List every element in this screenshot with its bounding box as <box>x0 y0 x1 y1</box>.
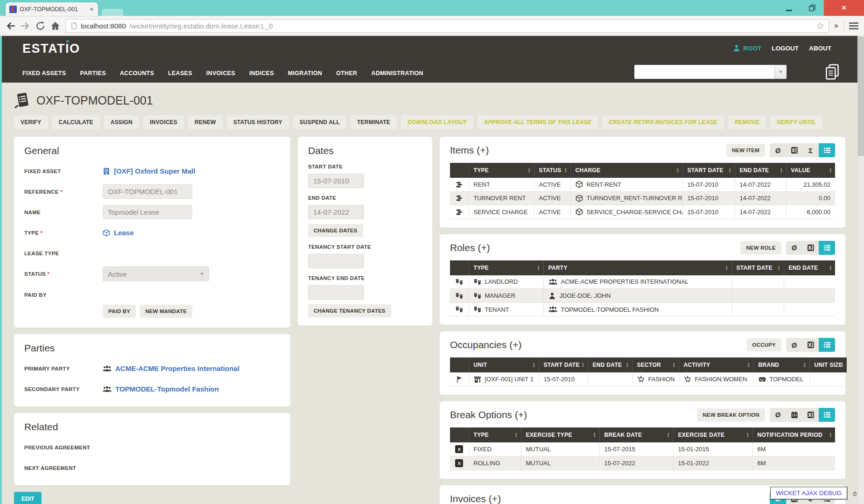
break-header-break-date[interactable]: BREAK DATE▲▼ <box>599 427 673 442</box>
search-input[interactable] <box>634 65 774 79</box>
roles-header-end-date[interactable]: END DATE▲▼ <box>784 260 835 275</box>
end-date-field[interactable] <box>308 205 364 219</box>
items-header-value[interactable]: VALUE▲▼ <box>786 163 835 178</box>
nav-parties[interactable]: PARTIES <box>80 70 105 77</box>
excel-export-icon[interactable] <box>802 408 819 422</box>
occupancies-header-brand[interactable]: BRAND▲▼ <box>753 357 809 372</box>
bookmark-star-icon[interactable]: ☆ <box>816 21 824 30</box>
item-row[interactable]: RENT ACTIVE RENT-RENT 15-07-2010 14-07-2… <box>450 178 835 191</box>
new-role-button[interactable]: NEW ROLE <box>740 241 781 254</box>
logout-link[interactable]: LOGOUT <box>772 45 799 52</box>
nav-invoices[interactable]: INVOICES <box>206 70 235 77</box>
roles-header-party[interactable]: PARTY▲▼ <box>543 260 731 275</box>
occupancies-header-start-date[interactable]: START DATE▲▼ <box>539 357 588 372</box>
activity-link[interactable]: FASHION:WOMEN <box>695 376 747 383</box>
items-header-type[interactable]: TYPE▲▼ <box>469 163 534 178</box>
brand-link[interactable]: TOPMODEL <box>770 376 804 383</box>
items-header-charge[interactable]: CHARGE▲▼ <box>570 163 682 178</box>
primary-party-link[interactable]: ACME-ACME Properties International <box>115 364 239 372</box>
calendar-icon[interactable] <box>786 408 802 422</box>
secondary-party-link[interactable]: TOPMODEL-Topmodel Fashion <box>115 385 219 393</box>
occupancies-header-unit-size[interactable]: UNIT SIZE▲▼ <box>809 357 847 372</box>
estatio-logo[interactable]: ESTATIO <box>22 42 80 56</box>
role-row[interactable]: LANDLORD ACME-ACME PROPERTIES INTERNATIO… <box>450 275 835 289</box>
nav-accounts[interactable]: ACCOUNTS <box>120 70 154 77</box>
window-restore-button[interactable] <box>801 0 824 16</box>
list-view-icon[interactable] <box>819 408 835 422</box>
window-minimize-button[interactable] <box>777 0 801 16</box>
start-date-field[interactable] <box>308 174 364 188</box>
nav-migration[interactable]: MIGRATION <box>288 70 322 77</box>
break-option-row[interactable]: x ROLLING MUTUAL 15-07-2022 15-01-2022 6… <box>450 456 835 470</box>
invoices-button[interactable]: INVOICES <box>143 115 184 129</box>
nav-indices[interactable]: INDICES <box>249 70 274 77</box>
tenancy-start-date-field[interactable] <box>308 254 364 268</box>
change-tenancy-dates-button[interactable]: CHANGE TENANCY DATES <box>308 304 391 317</box>
create-retro-invoices-button[interactable]: CREATE RETRO INVOICES FOR LEASE <box>602 115 724 129</box>
assign-button[interactable]: ASSIGN <box>104 115 139 129</box>
break-header-exercise-type[interactable]: EXERCISE TYPE▲▼ <box>521 427 599 442</box>
type-link[interactable]: Lease <box>114 229 134 237</box>
nav-leases[interactable]: LEASES <box>168 70 192 77</box>
terminate-button[interactable]: TERMINATE <box>351 115 397 129</box>
download-layout-button[interactable]: DOWNLOAD LAYOUT <box>401 115 473 129</box>
role-row[interactable]: TENANT TOPMODEL-TOPMODEL FASHION <box>450 302 835 316</box>
refresh-button[interactable] <box>35 21 45 31</box>
summary-sigma-icon[interactable]: Σ <box>802 143 819 157</box>
reference-field[interactable] <box>103 184 192 199</box>
excel-export-icon[interactable] <box>802 338 819 352</box>
renew-button[interactable]: RENEW <box>188 115 223 129</box>
nav-fixed-assets[interactable]: FIXED ASSETS <box>22 70 66 77</box>
window-close-button[interactable]: × <box>824 0 864 16</box>
home-button[interactable] <box>50 21 60 31</box>
roles-header-start-date[interactable]: START DATE▲▼ <box>731 260 784 275</box>
charge-link[interactable]: RENT-RENT <box>587 181 621 188</box>
break-header-notification-period[interactable]: NOTIFICATION PERIOD▲▼ <box>752 427 835 442</box>
tab-close-icon[interactable]: × <box>89 6 94 13</box>
verify-button[interactable]: VERIFY <box>14 115 48 129</box>
page-scrollbar[interactable] <box>857 36 864 504</box>
change-dates-button[interactable]: CHANGE DATES <box>308 224 363 237</box>
nav-administration[interactable]: ADMINISTRATION <box>371 70 423 77</box>
copy-pages-icon[interactable] <box>824 63 841 80</box>
occupancies-header-sector[interactable]: SECTOR▲▼ <box>632 357 679 372</box>
unit-link[interactable]: [OXF-001] UNIT 1 <box>485 376 534 383</box>
scrollbar-thumb[interactable] <box>858 37 864 156</box>
break-option-row[interactable]: x FIXED MUTUAL 15-07-2015 15-01-2015 6M <box>450 442 835 456</box>
new-item-button[interactable]: NEW ITEM <box>726 144 765 157</box>
item-row[interactable]: TURNOVER RENT ACTIVE TURNOVER_RENT-TURNO… <box>450 191 835 205</box>
excel-export-icon[interactable] <box>802 241 819 255</box>
party-link[interactable]: TOPMODEL-TOPMODEL FASHION <box>561 306 659 313</box>
nav-other[interactable]: OTHER <box>336 70 357 77</box>
browser-menu-button[interactable] <box>849 22 858 29</box>
new-break-option-button[interactable]: NEW BREAK OPTION <box>697 408 765 421</box>
list-view-icon[interactable] <box>819 241 835 255</box>
charge-link[interactable]: TURNOVER_RENT-TURNOVER RENT <box>587 195 683 202</box>
hide-columns-icon[interactable]: Ø <box>770 408 786 422</box>
user-menu[interactable]: ROOT <box>733 44 761 52</box>
occupy-button[interactable]: OCCUPY <box>747 338 781 351</box>
charge-link[interactable]: SERVICE_CHARGE-SERVICE CHARGE <box>587 209 683 216</box>
hide-columns-icon[interactable]: Ø <box>770 143 786 157</box>
approve-all-terms-button[interactable]: APPROVE ALL TERMS OF THIS LEASE <box>478 115 598 129</box>
about-link[interactable]: ABOUT <box>809 45 831 52</box>
items-header-end-date[interactable]: END DATE▲▼ <box>735 163 786 178</box>
status-select[interactable]: Active▼ <box>103 266 209 281</box>
back-button[interactable] <box>6 21 15 31</box>
new-mandate-button[interactable]: NEW MANDATE <box>140 305 192 318</box>
status-history-button[interactable]: STATUS HISTORY <box>227 115 289 129</box>
edit-button[interactable]: EDIT <box>14 492 42 504</box>
list-view-icon[interactable] <box>819 143 835 157</box>
wicket-ajax-debug-link[interactable]: WICKET AJAX DEBUG <box>770 487 847 499</box>
calculate-button[interactable]: CALCULATE <box>52 115 100 129</box>
verify-until-button[interactable]: VERIFY UNTIL <box>770 115 822 129</box>
global-search-combobox[interactable]: ▼ <box>634 65 787 79</box>
search-dropdown-button[interactable]: ▼ <box>774 65 787 79</box>
role-row[interactable]: MANAGER JDOE-DOE, JOHN <box>450 289 835 303</box>
occupancies-header-activity[interactable]: ACTIVITY▲▼ <box>679 357 753 372</box>
paid-by-button[interactable]: PAID BY <box>103 305 136 318</box>
items-header-start-date[interactable]: START DATE▲▼ <box>682 163 735 178</box>
roles-header-type[interactable]: TYPE▲▼ <box>469 260 543 275</box>
party-link[interactable]: JDOE-DOE, JOHN <box>560 292 611 299</box>
excel-export-icon[interactable] <box>786 143 802 157</box>
